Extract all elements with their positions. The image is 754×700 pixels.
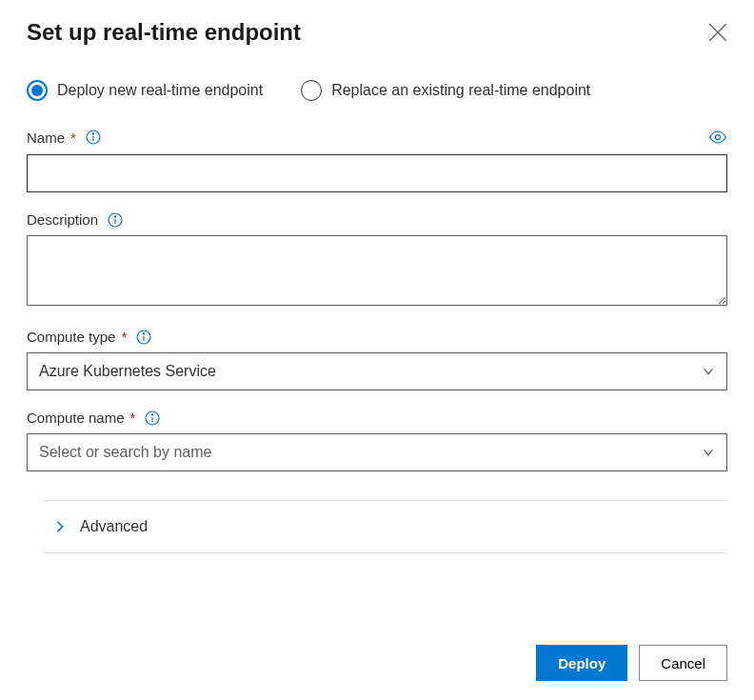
- compute-name-select[interactable]: Select or search by name: [27, 433, 727, 471]
- svg-point-14: [152, 413, 153, 414]
- dialog-title: Set up real-time endpoint: [27, 19, 301, 46]
- info-icon[interactable]: [136, 330, 151, 345]
- compute-name-label: Compute name: [27, 410, 125, 426]
- svg-point-5: [716, 135, 721, 140]
- chevron-right-icon: [53, 520, 67, 533]
- radio-deploy-new[interactable]: Deploy new real-time endpoint: [27, 80, 263, 101]
- required-indicator: *: [121, 329, 127, 345]
- radio-indicator: [27, 80, 48, 101]
- required-indicator: *: [70, 130, 76, 146]
- radio-indicator: [301, 80, 322, 101]
- radio-replace-existing[interactable]: Replace an existing real-time endpoint: [301, 80, 590, 101]
- info-icon[interactable]: [86, 130, 101, 145]
- svg-point-11: [144, 332, 145, 333]
- description-input[interactable]: [27, 235, 727, 306]
- chevron-down-icon: [702, 446, 715, 459]
- eye-icon[interactable]: [708, 128, 727, 147]
- cancel-button[interactable]: Cancel: [639, 645, 727, 681]
- svg-point-8: [114, 215, 115, 216]
- advanced-toggle[interactable]: Advanced: [44, 500, 727, 553]
- advanced-label: Advanced: [80, 518, 148, 535]
- radio-deploy-new-label: Deploy new real-time endpoint: [57, 82, 263, 99]
- info-icon[interactable]: [108, 212, 123, 228]
- info-icon[interactable]: [145, 410, 160, 426]
- compute-type-select[interactable]: Azure Kubernetes Service: [27, 352, 727, 390]
- chevron-down-icon: [702, 365, 715, 378]
- compute-type-value: Azure Kubernetes Service: [39, 363, 216, 380]
- name-label: Name: [27, 130, 65, 146]
- deploy-button[interactable]: Deploy: [536, 645, 627, 681]
- close-icon[interactable]: [708, 19, 727, 38]
- svg-point-4: [92, 133, 93, 134]
- compute-name-placeholder: Select or search by name: [39, 444, 211, 461]
- description-label: Description: [27, 211, 98, 228]
- compute-type-label: Compute type: [27, 329, 115, 345]
- name-input[interactable]: [27, 154, 727, 192]
- required-indicator: *: [130, 410, 136, 426]
- radio-replace-existing-label: Replace an existing real-time endpoint: [331, 82, 590, 99]
